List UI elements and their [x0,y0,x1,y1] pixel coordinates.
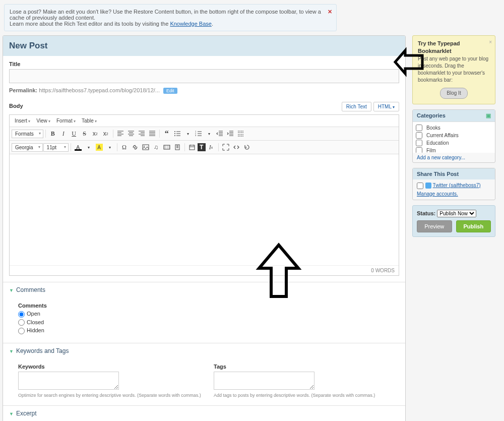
align-center-button[interactable] [126,129,136,139]
text-button[interactable]: T [198,143,206,151]
subscript-button[interactable]: x2 [90,129,100,139]
collapse-icon[interactable]: ▣ [486,112,491,119]
keywords-tags-section-toggle[interactable]: Keywords and Tags [3,343,405,358]
blog-it-button[interactable]: Blog It [440,88,467,99]
category-label: Books [426,125,440,131]
date-button[interactable] [187,142,197,152]
bookmarklet-title: Try the Typepad Bookmarklet [418,40,490,55]
image-button[interactable] [141,142,151,152]
knowledge-base-link[interactable]: Knowledge Base [170,21,212,27]
split-button[interactable] [236,129,246,139]
title-label: Title [9,61,399,67]
add-category-link[interactable]: Add a new category... [413,153,495,162]
category-checkbox[interactable] [416,140,422,146]
formats-dropdown[interactable]: Formats [12,130,43,138]
keywords-input[interactable] [18,372,119,390]
svg-point-7 [144,146,145,147]
share-twitter-checkbox[interactable] [417,183,423,189]
text-color-button[interactable]: A [73,142,83,152]
edit-permalink-button[interactable]: Edit [163,88,177,94]
svg-point-1 [174,133,175,134]
category-label: Current Affairs [426,133,459,138]
comments-hidden-radio[interactable] [18,328,25,334]
superscript-button[interactable]: x2 [101,129,111,139]
keywords-help: Optimize for search engines by entering … [18,393,204,399]
title-input[interactable] [9,69,399,83]
underline-button[interactable]: U [69,129,79,139]
annotation-arrow-up-icon [256,242,301,298]
comments-open-radio[interactable] [18,311,25,318]
fullscreen-button[interactable] [221,142,231,152]
numbered-list-dropdown[interactable]: ▾ [204,129,214,139]
svg-rect-8 [164,145,170,149]
twitter-account-link[interactable]: Twitter (saiftheboss7) [433,183,481,188]
chevron-down-icon: ▾ [393,105,395,109]
keywords-label: Keywords [18,364,204,370]
info-text-1: Lose a post? Make an edit you don't like… [10,9,321,21]
excerpt-section-toggle[interactable]: Excerpt [3,405,405,421]
restore-button[interactable] [242,142,252,152]
page-title: New Post [3,36,405,56]
category-checkbox[interactable] [416,132,422,139]
info-banner: ✕ Lose a post? Make an edit you don't li… [4,4,337,31]
code-button[interactable] [231,142,241,152]
special-char-button[interactable]: Ω [119,142,130,152]
menu-table[interactable]: Table [80,117,99,125]
menu-format[interactable]: Format [54,117,78,125]
highlight-dropdown[interactable]: ▾ [105,142,115,152]
comments-closed-radio[interactable] [18,319,25,326]
outdent-button[interactable] [215,129,225,139]
video-button[interactable] [162,142,172,152]
twitter-icon [425,183,431,189]
audio-button[interactable]: ♫ [151,142,161,152]
font-family-dropdown[interactable]: Georgia [12,143,43,152]
tags-label: Tags [214,364,399,370]
info-text-2b: . [212,21,213,27]
category-label: Education [426,140,449,146]
category-checkbox[interactable] [416,125,422,131]
svg-text:3: 3 [195,134,197,137]
bookmarklet-body: Post any web page to your blog in second… [418,55,490,84]
menu-insert[interactable]: Insert [13,117,32,125]
strikethrough-button[interactable]: S [80,129,90,139]
font-size-dropdown[interactable]: 11pt [43,143,69,152]
numbered-list-button[interactable]: 123 [194,129,204,139]
comments-hidden-label: Hidden [27,327,44,333]
info-text-2a: Learn more about the Rich Text editor an… [10,21,170,27]
highlight-button[interactable]: A [94,142,104,152]
tags-help: Add tags to posts by entering descriptiv… [214,393,399,399]
clear-format-button[interactable]: Ix [206,142,216,152]
indent-button[interactable] [225,129,235,139]
comments-open-label: Open [27,311,40,317]
preview-button[interactable]: Preview [417,220,452,232]
publish-button[interactable]: Publish [456,220,491,232]
bullet-list-button[interactable] [172,129,182,139]
italic-button[interactable]: I [58,129,69,139]
bold-button[interactable]: B [48,129,58,139]
menu-view[interactable]: View [34,117,52,125]
attachment-button[interactable] [172,142,182,152]
close-icon[interactable]: × [489,39,492,46]
tags-input[interactable] [214,372,314,390]
status-select[interactable]: Publish Now [437,210,476,217]
blockquote-button[interactable]: “ [162,129,172,139]
tab-html[interactable]: HTML▾ [373,102,399,111]
category-list[interactable]: Books Current Affairs Education Film Foo… [413,122,495,153]
category-checkbox[interactable] [416,147,422,153]
align-right-button[interactable] [137,129,147,139]
editor-body[interactable] [10,154,399,265]
permalink-url[interactable]: https://saiftheboss7.typepad.com/blog/20… [39,87,160,93]
close-icon[interactable]: ✕ [328,9,332,15]
align-justify-button[interactable] [147,129,157,139]
status-label: Status: [417,210,435,216]
comments-field-label: Comments [18,303,399,309]
tab-rich-text[interactable]: Rich Text [342,102,371,111]
align-left-button[interactable] [115,129,125,139]
comments-section-toggle[interactable]: Comments [3,282,405,297]
link-button[interactable] [130,142,140,152]
manage-accounts-link[interactable]: Manage accounts. [417,191,491,197]
bookmarklet-box: × Try the Typepad Bookmarklet Post any w… [412,35,495,104]
bullet-list-dropdown[interactable]: ▾ [183,129,193,139]
permalink-label: Permalink: [9,87,37,93]
text-color-dropdown[interactable]: ▾ [84,142,94,152]
